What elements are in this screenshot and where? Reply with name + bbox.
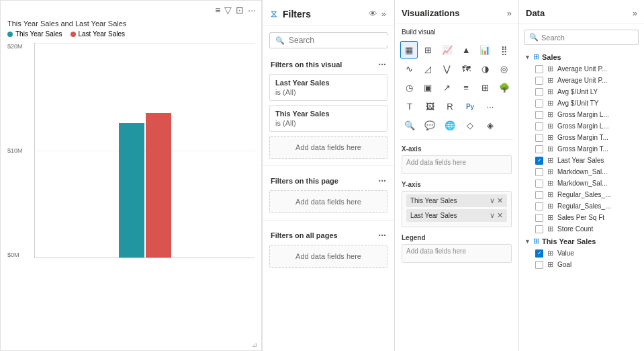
viz-icon-decomp[interactable]: 🌐 [441,116,459,134]
tree-group-sales[interactable]: ▼ ⊞ Sales [519,50,644,63]
tree-item-regular-sales1[interactable]: ⊞ Regular_Sales_... [519,189,644,200]
tree-item-goal[interactable]: ⊞ Goal [519,259,644,270]
viz-icon-tree[interactable]: 🌳 [496,79,513,96]
viz-icon-pie[interactable]: ◑ [476,60,494,77]
y-axis-box: This Year Sales ∨ ✕ Last Year Sales ∨ ✕ [402,191,512,227]
cb-gross-margin-l2[interactable] [535,122,543,130]
tree-item-last-year-sales[interactable]: ✓ ⊞ Last Year Sales [519,155,644,166]
data-search-box[interactable]: 🔍 [524,30,639,45]
cb-gross-margin-t1[interactable] [535,134,543,142]
cb-markdown-sal2[interactable] [535,180,543,188]
hamburger-icon[interactable]: ≡ [215,5,220,15]
data-header: Data » [519,0,644,24]
viz-icon-matrix[interactable]: ⊞ [476,79,494,96]
cb-gross-margin-l1[interactable] [535,111,543,119]
viz-icon-smart[interactable]: ◈ [481,116,500,134]
page-section-dots[interactable]: ··· [378,176,386,186]
viz-icon-card[interactable]: ▣ [419,79,436,96]
viz-icon-map[interactable]: 🗺 [457,60,475,77]
chevron-right-icon[interactable]: » [381,9,386,19]
filter-card-last-year[interactable]: Last Year Sales is (All) [269,74,387,101]
cb-avg-unit-ty[interactable] [535,100,543,108]
viz-icon-qa[interactable]: 💬 [420,116,439,134]
legend-box[interactable]: Add data fields here [402,244,512,263]
add-fields-page-btn[interactable]: Add data fields here [269,190,387,213]
cb-sales-per-sqft[interactable] [535,214,543,222]
filter-icon[interactable]: ▽ [224,5,232,15]
data-search-input[interactable] [541,34,634,42]
tree-item-regular-sales2[interactable]: ⊞ Regular_Sales_... [519,200,644,212]
viz-icon-bar[interactable]: ▦ [400,41,418,58]
viz-icon-area[interactable]: ▲ [457,41,475,58]
tree-item-store-count[interactable]: ⊞ Store Count [519,223,644,235]
cb-avg-unit-p2[interactable] [535,77,543,85]
y-axis-chip-last-year[interactable]: Last Year Sales ∨ ✕ [406,209,507,222]
tree-item-gross-margin-t1[interactable]: ⊞ Gross Margin T... [519,132,644,143]
viz-icon-narr[interactable]: ◇ [461,116,479,134]
tree-item-gross-margin-l2[interactable]: ⊞ Gross Margin L... [519,120,644,132]
tree-group-this-year-sales[interactable]: ▼ ⊞ This Year Sales [519,235,644,247]
cb-goal[interactable] [535,261,543,269]
cb-avg-unit-p1[interactable] [535,65,543,73]
field-icon-goal: ⊞ [547,260,553,269]
viz-icon-kpi[interactable]: ↗ [439,79,456,96]
viz-icon-shape[interactable]: R [441,98,459,115]
tree-item-avg-unit-p1[interactable]: ⊞ Average Unit P... [519,63,644,75]
all-section-dots[interactable]: ··· [378,230,386,241]
tree-item-value[interactable]: ✓ ⊞ Value [519,247,644,259]
viz-expand-icon[interactable]: » [507,8,512,18]
y-axis-chip-this-year[interactable]: This Year Sales ∨ ✕ [406,194,507,207]
x-axis-box[interactable]: Add data fields here [402,155,512,174]
tree-item-avg-unit-p2[interactable]: ⊞ Average Unit P... [519,75,644,86]
bar-last-year[interactable] [146,113,171,258]
viz-icon-py[interactable]: Py [461,98,479,115]
label-gross-margin-l1: Gross Margin L... [557,111,639,118]
field-icon-14: ⊞ [547,225,553,233]
tree-item-avg-unit-ly[interactable]: ⊞ Avg $/Unit LY [519,86,644,98]
bars-container [34,43,255,258]
viz-icon-waterfall[interactable]: ◿ [419,60,436,77]
tree-item-gross-margin-t2[interactable]: ⊞ Gross Margin T... [519,143,644,155]
filters-search-box[interactable]: 🔍 [269,32,387,48]
viz-icon-slicer[interactable]: ≡ [457,79,475,96]
cb-value[interactable]: ✓ [535,249,543,258]
data-expand-icon[interactable]: » [633,8,637,18]
tree-item-markdown-sal1[interactable]: ⊞ Markdown_Sal... [519,166,644,178]
tree-item-markdown-sal2[interactable]: ⊞ Markdown_Sal... [519,178,644,189]
cb-last-year-sales[interactable]: ✓ [535,157,543,165]
viz-icon-funnel[interactable]: ⋁ [439,60,456,77]
viz-icon-table[interactable]: ⊞ [419,41,436,58]
viz-icon-bar2[interactable]: 📊 [476,41,494,58]
viz-icon-more[interactable]: ··· [481,98,500,115]
cb-gross-margin-t2[interactable] [535,145,543,153]
viz-icon-scatter[interactable]: ⣿ [496,41,513,58]
eye-icon[interactable]: 👁 [369,9,377,19]
viz-icon-donut[interactable]: ◎ [496,60,513,77]
expand-icon[interactable]: ⊡ [236,5,244,15]
add-fields-all-btn[interactable]: Add data fields here [269,245,387,268]
viz-icon-combo[interactable]: ∿ [400,60,418,77]
resize-handle[interactable]: ⊿ [252,341,259,348]
more-icon[interactable]: ··· [248,5,256,15]
cb-regular-sales1[interactable] [535,191,543,199]
viz-icon-image[interactable]: 🖼 [420,98,439,115]
chip-last-year-actions[interactable]: ∨ ✕ [490,211,503,220]
viz-icon-text[interactable]: T [400,98,419,115]
label-avg-unit-p2: Average Unit P... [557,77,639,84]
cb-store-count[interactable] [535,225,543,233]
cb-avg-unit-ly[interactable] [535,88,543,96]
add-fields-visual-btn[interactable]: Add data fields here [269,136,387,159]
tree-item-avg-unit-ty[interactable]: ⊞ Avg $/Unit TY [519,98,644,109]
cb-regular-sales2[interactable] [535,202,543,210]
visual-section-dots[interactable]: ··· [378,59,386,70]
viz-icon-ai[interactable]: 🔍 [400,116,419,134]
viz-icon-gauge[interactable]: ◷ [400,79,418,96]
bar-this-year[interactable] [119,123,144,258]
viz-icon-line[interactable]: 📈 [439,41,456,58]
cb-markdown-sal1[interactable] [535,168,543,176]
filter-card-this-year[interactable]: This Year Sales is (All) [269,105,387,132]
tree-item-sales-per-sqft[interactable]: ⊞ Sales Per Sq Ft [519,212,644,223]
chip-this-year-actions[interactable]: ∨ ✕ [490,196,503,205]
tree-item-gross-margin-l1[interactable]: ⊞ Gross Margin L... [519,109,644,120]
filters-search-input[interactable] [289,36,389,45]
